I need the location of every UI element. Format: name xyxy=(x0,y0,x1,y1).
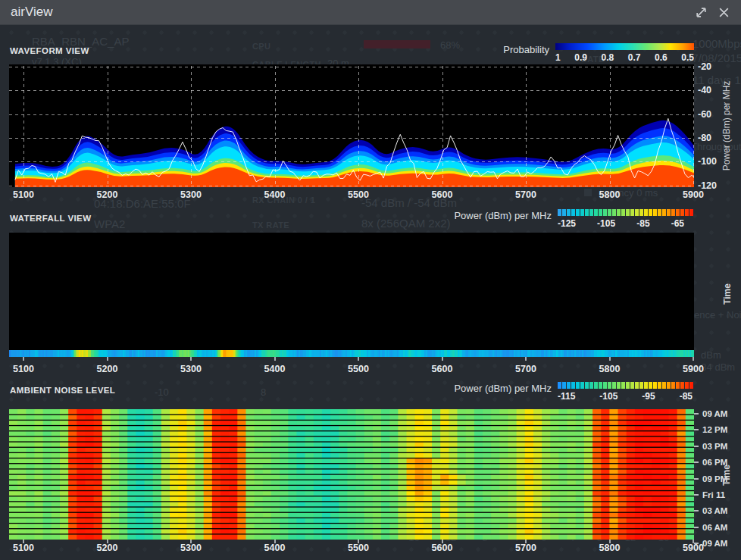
frequency-tickmark xyxy=(525,357,527,361)
time-tickmark xyxy=(694,494,699,496)
time-tick-label: 03 AM xyxy=(702,506,727,515)
power-tick-label: -40 xyxy=(698,85,711,95)
background-security: WPA2 xyxy=(94,217,125,230)
waterfall-time-axis-title: Time xyxy=(722,283,733,305)
legend-tick-label: -85 xyxy=(680,391,693,402)
background-tx-rate-value: 8x (256QAM 2x2) xyxy=(361,217,451,230)
background-cpu-label: CPU xyxy=(252,42,270,51)
time-tickmark xyxy=(694,429,699,430)
frequency-tickmark xyxy=(693,357,694,361)
frequency-tickmark xyxy=(358,357,359,361)
background-scale-b: 8 xyxy=(261,386,266,398)
airview-modal: airView RBA_RBN_AC_AP v7.1.3 (XC) CPU 68… xyxy=(0,0,741,560)
frequency-tick-label: 5200 xyxy=(97,364,118,374)
ambient-x-axis: 510052005300540055005600570058005900 xyxy=(9,543,694,554)
probability-legend-scale: 10.90.80.70.60.5 xyxy=(555,43,694,63)
frequency-tick-label: 5400 xyxy=(264,364,286,374)
legend-tick-label: 0.8 xyxy=(602,52,614,63)
time-tickmark xyxy=(694,478,699,480)
waveform-x-axis: 510052005300540055005600570058005900 xyxy=(9,189,694,201)
legend-tick-label: -105 xyxy=(597,218,615,229)
waterfall-legend-label: Power (dBm) per MHz xyxy=(454,210,552,221)
time-tickmark xyxy=(694,446,699,447)
window-buttons xyxy=(694,5,730,19)
ambient-colorbar xyxy=(558,382,694,389)
frequency-tick-label: 5300 xyxy=(180,543,202,553)
time-tick-label: 03 PM xyxy=(702,442,727,451)
waterfall-legend-scale: -125-105-85-65 xyxy=(558,209,694,229)
waterfall-section-title: WATERFALL VIEW xyxy=(10,214,91,223)
power-tick-label: -20 xyxy=(698,61,711,72)
waveform-plot xyxy=(9,64,694,187)
frequency-tick-label: 5900 xyxy=(683,189,704,200)
frequency-tick-label: 5600 xyxy=(432,189,453,200)
ambient-legend-ticks: -115-105-95-85 xyxy=(558,391,694,402)
time-tick-label: Fri 11 xyxy=(702,490,725,499)
waterfall-x-axis: 510052005300540055005600570058005900 xyxy=(9,364,694,375)
frequency-tickmark xyxy=(609,357,611,361)
close-icon[interactable] xyxy=(717,5,730,19)
legend-tick-label: -65 xyxy=(671,218,684,229)
waterfall-legend: Power (dBm) per MHz -125-105-85-65 xyxy=(454,209,694,229)
power-tick-label: -80 xyxy=(698,133,711,143)
legend-tick-label: 0.6 xyxy=(655,52,668,63)
frequency-tick-label: 5700 xyxy=(515,364,536,374)
frequency-tick-label: 5500 xyxy=(348,543,369,553)
frequency-tick-label: 5400 xyxy=(264,543,286,553)
time-tick-label: 12 PM xyxy=(702,425,727,434)
waterfall-x-tickmarks xyxy=(9,357,694,361)
frequency-tick-label: 5500 xyxy=(348,364,369,374)
waveform-y-axis-title: Power (dBm) per MHz xyxy=(721,81,732,171)
waterfall-legend-ticks: -125-105-85-65 xyxy=(558,218,694,229)
frequency-tick-label: 5300 xyxy=(180,364,202,374)
frequency-tick-label: 5900 xyxy=(683,364,704,374)
legend-tick-label: 0.7 xyxy=(628,52,641,63)
ambient-legend-scale: -115-105-95-85 xyxy=(558,382,694,402)
frequency-tick-label: 5200 xyxy=(97,189,118,200)
ambient-time-tickmarks xyxy=(694,409,700,544)
probability-colorbar xyxy=(555,43,694,50)
probability-legend: Probability 10.90.80.70.60.5 xyxy=(503,43,694,63)
window-title: airView xyxy=(11,5,52,20)
background-cpu-bar xyxy=(364,40,430,48)
waveform-canvas xyxy=(9,64,694,187)
background-lan-speed: 1000Mbps-F xyxy=(693,37,741,50)
time-tick-label: 06 AM xyxy=(702,523,727,532)
frequency-tick-label: 5600 xyxy=(432,543,453,553)
legend-tick-label: 0.5 xyxy=(681,52,694,63)
expand-icon[interactable] xyxy=(694,5,708,19)
power-tick-label: -60 xyxy=(698,109,711,120)
frequency-tick-label: 5500 xyxy=(348,189,369,200)
frequency-tick-label: 5300 xyxy=(180,189,202,200)
frequency-tick-label: 5100 xyxy=(13,189,34,200)
background-scale-a: -10 xyxy=(155,386,169,398)
ambient-heatmap-plot xyxy=(9,409,694,540)
frequency-tick-label: 5400 xyxy=(264,189,286,200)
probability-legend-label: Probability xyxy=(503,44,549,55)
time-tickmark xyxy=(694,510,699,512)
frequency-tick-label: 5800 xyxy=(599,543,621,553)
frequency-tickmark xyxy=(190,357,192,361)
ambient-legend: Power (dBm) per MHz -115-105-95-85 xyxy=(454,382,694,402)
legend-tick-label: -105 xyxy=(599,391,618,402)
background-noise-unit: dBm xyxy=(701,349,721,361)
time-tick-label: 09 AM xyxy=(702,409,727,418)
legend-tick-label: 1 xyxy=(555,52,561,63)
waterfall-strip-canvas xyxy=(9,350,694,357)
waterfall-plot xyxy=(9,233,694,357)
frequency-tick-label: 5100 xyxy=(13,364,34,374)
waterfall-colorbar xyxy=(558,209,694,216)
frequency-tick-label: 5600 xyxy=(432,364,453,374)
ambient-section-title: AMBIENT NOISE LEVEL xyxy=(10,386,115,395)
background-tx-rate-label: TX RATE xyxy=(252,221,289,230)
waveform-section-title: WAVEFORM VIEW xyxy=(10,46,89,55)
frequency-tickmark xyxy=(274,357,276,361)
ambient-heatmap-canvas xyxy=(9,409,694,540)
time-tickmark xyxy=(694,413,699,415)
titlebar: airView xyxy=(0,0,741,25)
frequency-tickmark xyxy=(23,357,24,361)
frequency-tick-label: 5700 xyxy=(515,543,536,553)
background-interference: ence + Noise xyxy=(694,309,741,321)
legend-tick-label: -85 xyxy=(636,218,649,229)
time-tickmark xyxy=(694,461,699,463)
